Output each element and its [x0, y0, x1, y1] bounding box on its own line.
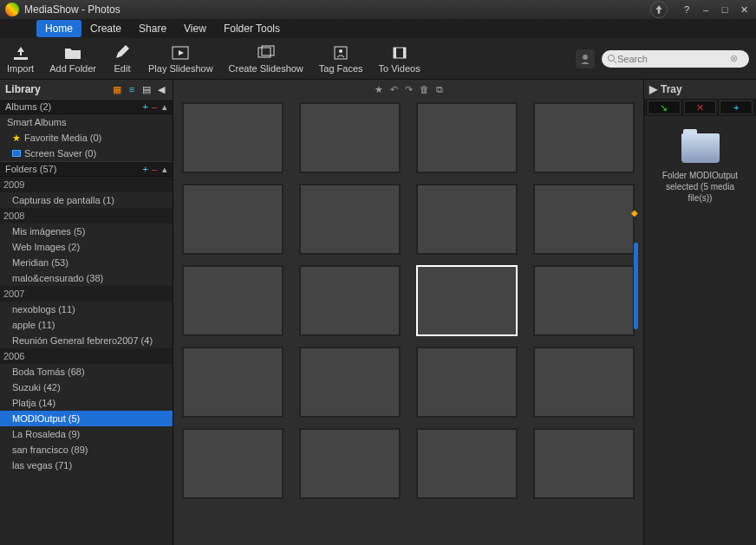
play-slideshow-button[interactable]: Play Slideshow	[148, 44, 213, 74]
folder-suzuki[interactable]: Suzuki (42)	[0, 380, 173, 395]
photo-thumb[interactable]	[182, 347, 284, 418]
year-2006[interactable]: 2006	[0, 348, 173, 364]
photo-thumb[interactable]	[299, 428, 401, 499]
folder-modioutput[interactable]: MODIOutput (5)	[0, 411, 173, 426]
search-box[interactable]: ⊗	[602, 50, 749, 68]
folder-malo[interactable]: malo&censurado (38)	[0, 270, 173, 286]
folder-icon	[681, 133, 720, 163]
star-icon: ★	[12, 133, 21, 144]
clear-search-icon[interactable]: ⊗	[730, 53, 738, 64]
year-2007[interactable]: 2007	[0, 286, 173, 302]
photo-thumb[interactable]	[416, 347, 518, 418]
collapse-icon[interactable]: ▴	[162, 101, 167, 113]
albums-category[interactable]: Albums (2) + – ▴	[0, 99, 173, 114]
folder-webimages[interactable]: Web Images (2)	[0, 239, 173, 255]
pencil-icon	[112, 44, 133, 62]
photo-thumb[interactable]	[299, 102, 401, 173]
photo-thumb[interactable]	[533, 347, 635, 418]
menu-create[interactable]: Create	[81, 20, 130, 37]
library-sidebar: Library ▦ ≡ ▤ ◀ Albums (2) + – ▴ Smart A…	[0, 80, 173, 545]
photo-thumb[interactable]	[182, 265, 284, 336]
menu-view[interactable]: View	[175, 20, 215, 37]
view-details-icon[interactable]: ▤	[140, 83, 153, 95]
folder-sanfran[interactable]: san francisco (89)	[0, 442, 173, 457]
help-button[interactable]: ?	[680, 3, 694, 16]
menu-home[interactable]: Home	[36, 20, 81, 37]
folder-meridian[interactable]: Meridian (53)	[0, 255, 173, 270]
import-button[interactable]: Import	[7, 44, 34, 74]
tray-plus-button[interactable]: +	[720, 101, 753, 114]
folder-reunion[interactable]: Reunión General febrero2007 (4)	[0, 333, 173, 348]
folder-plus-icon	[62, 44, 83, 62]
favorite-label: Favorite Media (0)	[24, 133, 101, 143]
svg-point-4	[339, 49, 342, 53]
screen-saver-row[interactable]: Screen Saver (0)	[0, 146, 173, 161]
folder-capturas[interactable]: Capturas de pantalla (1)	[0, 192, 173, 208]
add-folder-button[interactable]: Add Folder	[49, 44, 96, 74]
tray-remove-button[interactable]: ✕	[684, 101, 717, 114]
menu-share[interactable]: Share	[130, 20, 175, 37]
photo-thumb[interactable]	[299, 265, 401, 336]
rotate-right-icon[interactable]: ↷	[405, 84, 413, 95]
folder-misimagenes[interactable]: Mis imágenes (5)	[0, 224, 173, 239]
collapse-sidebar-icon[interactable]: ◀	[155, 83, 167, 95]
create-slideshow-button[interactable]: Create Slideshow	[229, 44, 303, 74]
maximize-button[interactable]: □	[718, 3, 732, 16]
smart-albums-row[interactable]: Smart Albums	[0, 114, 173, 130]
copy-icon[interactable]: ⧉	[436, 84, 443, 95]
favorite-media-row[interactable]: ★Favorite Media (0)	[0, 130, 173, 146]
menu-folder-tools[interactable]: Folder Tools	[215, 20, 289, 37]
svg-point-9	[609, 55, 615, 61]
import-label: Import	[7, 63, 34, 74]
photo-thumb[interactable]	[416, 428, 518, 499]
photo-thumb-selected[interactable]	[416, 265, 518, 336]
year-2008[interactable]: 2008	[0, 208, 173, 224]
remove-album-icon[interactable]: –	[152, 101, 157, 112]
collapse-folders-icon[interactable]: ▴	[162, 164, 167, 175]
thumbnail-grid	[173, 99, 643, 545]
sync-icon[interactable]	[650, 1, 668, 18]
edit-button[interactable]: Edit	[112, 44, 133, 74]
photo-thumb[interactable]	[533, 265, 635, 336]
folder-nexoblogs[interactable]: nexoblogs (11)	[0, 302, 173, 317]
scrollbar-thumb[interactable]	[634, 243, 638, 329]
photo-thumb[interactable]	[299, 347, 401, 418]
year-2009[interactable]: 2009	[0, 177, 173, 192]
tag-faces-button[interactable]: Tag Faces	[319, 44, 363, 74]
add-folder-label: Add Folder	[49, 63, 96, 74]
close-button[interactable]: ✕	[737, 3, 751, 16]
photo-thumb[interactable]	[533, 102, 635, 173]
folders-label: Folders (57)	[5, 164, 56, 174]
play-slideshow-label: Play Slideshow	[148, 63, 213, 74]
rotate-left-icon[interactable]: ↶	[390, 84, 398, 95]
delete-icon[interactable]: 🗑	[420, 84, 429, 94]
window-title: MediaShow - Photos	[24, 3, 650, 16]
folder-platja[interactable]: Platja (14)	[0, 395, 173, 411]
add-folder-icon[interactable]: +	[142, 164, 147, 174]
folders-category[interactable]: Folders (57) + – ▴	[0, 161, 173, 177]
photo-thumb[interactable]	[182, 428, 284, 499]
view-list-icon[interactable]: ≡	[126, 83, 138, 95]
tray-add-button[interactable]: ↘	[648, 101, 681, 114]
photo-thumb[interactable]	[533, 184, 635, 255]
folder-lasvegas[interactable]: las vegas (71)	[0, 457, 173, 473]
to-videos-button[interactable]: To Videos	[379, 44, 420, 74]
search-input[interactable]	[617, 54, 730, 64]
photo-thumb[interactable]	[416, 184, 518, 255]
thumbnail-panel: ★ ↶ ↷ 🗑 ⧉	[173, 80, 643, 545]
folder-boda[interactable]: Boda Tomás (68)	[0, 364, 173, 380]
favorite-icon[interactable]: ★	[375, 84, 383, 95]
expand-tray-icon[interactable]: ▶	[649, 83, 657, 95]
face-recognition-icon[interactable]	[576, 49, 595, 68]
folder-apple[interactable]: apple (11)	[0, 317, 173, 333]
photo-thumb[interactable]	[533, 428, 635, 499]
add-album-icon[interactable]: +	[142, 101, 147, 112]
view-thumbnails-icon[interactable]: ▦	[111, 83, 123, 95]
photo-thumb[interactable]	[416, 102, 518, 173]
minimize-button[interactable]: –	[699, 3, 713, 16]
folder-rosaleda[interactable]: La Rosaleda (9)	[0, 426, 173, 442]
photo-thumb[interactable]	[182, 184, 284, 255]
photo-thumb[interactable]	[299, 184, 401, 255]
remove-folder-icon[interactable]: –	[152, 164, 157, 174]
photo-thumb[interactable]	[182, 102, 284, 173]
